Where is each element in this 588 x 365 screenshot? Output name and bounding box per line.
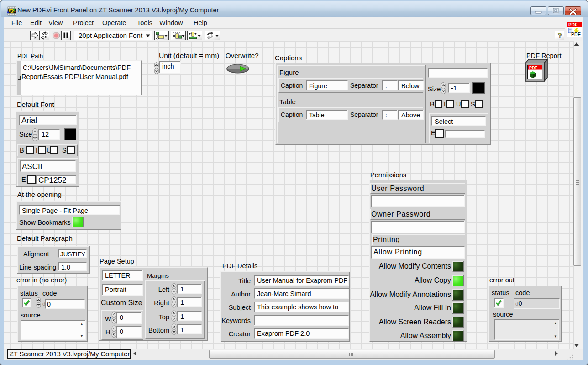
svg-text:PDF: PDF (529, 65, 538, 70)
